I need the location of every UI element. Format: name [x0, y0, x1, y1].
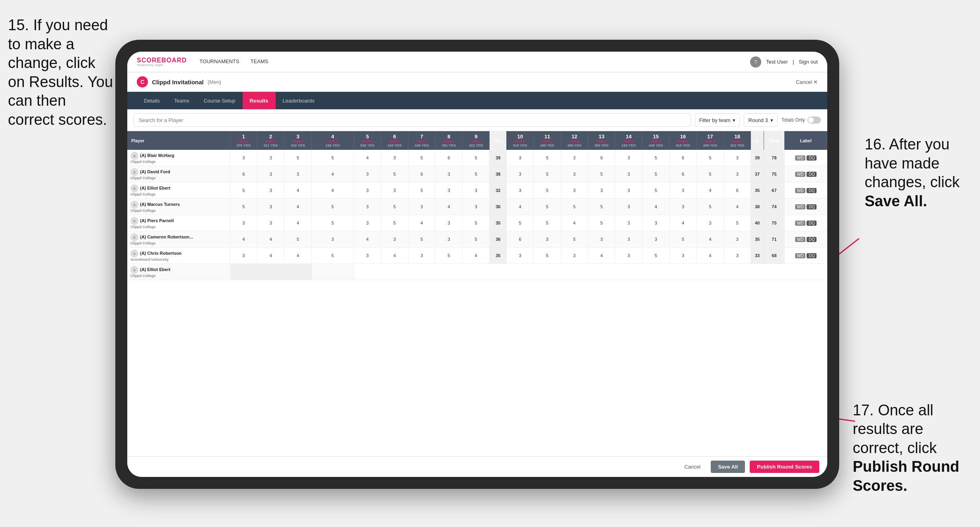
dq-button[interactable]: DQ: [807, 155, 817, 161]
dq-button[interactable]: DQ: [807, 204, 817, 209]
wd-button[interactable]: WD: [795, 253, 806, 258]
score-h11[interactable]: 5: [534, 166, 561, 182]
wd-button[interactable]: WD: [795, 204, 806, 209]
score-h18[interactable]: 3: [724, 166, 751, 182]
score-h4[interactable]: 3: [311, 231, 354, 248]
score-h3[interactable]: 5: [284, 150, 311, 166]
score-h8[interactable]: 3: [435, 182, 462, 199]
score-h2[interactable]: 3: [257, 199, 284, 215]
sign-out-link[interactable]: Sign out: [799, 59, 818, 65]
score-h12[interactable]: 5: [561, 199, 588, 215]
score-h9[interactable]: 5: [463, 166, 490, 182]
score-h6[interactable]: 3: [381, 231, 408, 248]
tab-course-setup[interactable]: Course Setup: [196, 92, 243, 109]
score-h3[interactable]: 4: [284, 199, 311, 215]
score-h1[interactable]: 3: [230, 248, 257, 264]
cancel-action-btn[interactable]: Cancel: [679, 461, 706, 473]
totals-only-toggle[interactable]: [807, 116, 821, 124]
wd-button[interactable]: WD: [795, 237, 806, 242]
score-h17[interactable]: 5: [696, 150, 723, 166]
wd-button[interactable]: WD: [795, 221, 806, 226]
search-input[interactable]: [134, 113, 691, 127]
wd-button[interactable]: WD: [795, 155, 806, 161]
score-h15[interactable]: 5: [642, 248, 669, 264]
score-h3[interactable]: 5: [284, 231, 311, 248]
score-h7[interactable]: 5: [408, 182, 435, 199]
score-h2[interactable]: 4: [257, 231, 284, 248]
score-h10[interactable]: 3: [507, 182, 534, 199]
score-h12[interactable]: 3: [561, 166, 588, 182]
score-h1[interactable]: 4: [230, 231, 257, 248]
score-h3[interactable]: 4: [284, 182, 311, 199]
score-h18[interactable]: 4: [724, 199, 751, 215]
score-h8[interactable]: 4: [435, 199, 462, 215]
score-h2[interactable]: 3: [257, 182, 284, 199]
score-h10[interactable]: 5: [507, 215, 534, 231]
dq-button[interactable]: DQ: [807, 172, 817, 177]
score-h11[interactable]: 5: [534, 215, 561, 231]
dq-button[interactable]: DQ: [807, 253, 817, 258]
score-h13[interactable]: 3: [588, 182, 615, 199]
wd-button[interactable]: WD: [795, 172, 806, 177]
score-h16[interactable]: 6: [669, 166, 696, 182]
score-h8[interactable]: 3: [435, 166, 462, 182]
score-h18[interactable]: 3: [724, 231, 751, 248]
score-h10[interactable]: 4: [507, 199, 534, 215]
score-h3[interactable]: 3: [284, 166, 311, 182]
score-h15[interactable]: 5: [642, 182, 669, 199]
score-h9[interactable]: 5: [463, 150, 490, 166]
tab-teams[interactable]: Teams: [167, 92, 196, 109]
score-h2[interactable]: 3: [257, 166, 284, 182]
score-h11[interactable]: 5: [534, 248, 561, 264]
score-h16[interactable]: 3: [669, 182, 696, 199]
score-h8[interactable]: 6: [435, 150, 462, 166]
score-h12[interactable]: 3: [561, 248, 588, 264]
tab-leaderboards[interactable]: Leaderboards: [276, 92, 322, 109]
score-h14[interactable]: 3: [615, 166, 642, 182]
score-h8[interactable]: 3: [435, 231, 462, 248]
score-h13[interactable]: 5: [588, 199, 615, 215]
score-h12[interactable]: 3: [561, 182, 588, 199]
team-filter-dropdown[interactable]: Filter by team ▾: [695, 113, 740, 127]
score-h4[interactable]: 5: [311, 215, 354, 231]
score-h9[interactable]: 4: [463, 248, 490, 264]
score-h18[interactable]: 3: [724, 150, 751, 166]
score-h1[interactable]: 5: [230, 199, 257, 215]
nav-tournaments[interactable]: TOURNAMENTS: [200, 58, 239, 65]
score-h6[interactable]: 5: [381, 166, 408, 182]
score-h17[interactable]: 5: [696, 166, 723, 182]
score-h6[interactable]: 4: [381, 248, 408, 264]
score-h11[interactable]: 3: [534, 231, 561, 248]
score-h14[interactable]: 3: [615, 248, 642, 264]
score-h7[interactable]: 5: [408, 150, 435, 166]
score-h7[interactable]: 6: [408, 166, 435, 182]
score-h3[interactable]: 4: [284, 248, 311, 264]
score-h3[interactable]: 4: [284, 215, 311, 231]
score-h16[interactable]: 5: [669, 231, 696, 248]
score-h14[interactable]: 3: [615, 215, 642, 231]
nav-teams[interactable]: TEAMS: [251, 58, 268, 65]
score-h5[interactable]: 4: [354, 231, 381, 248]
score-h16[interactable]: 4: [669, 215, 696, 231]
score-h13[interactable]: 3: [588, 231, 615, 248]
score-h17[interactable]: 5: [696, 199, 723, 215]
score-h12[interactable]: 5: [561, 231, 588, 248]
score-h6[interactable]: 5: [381, 215, 408, 231]
score-h1[interactable]: 5: [230, 182, 257, 199]
score-h10[interactable]: 3: [507, 166, 534, 182]
score-h13[interactable]: 5: [588, 215, 615, 231]
dq-button[interactable]: DQ: [807, 221, 817, 226]
publish-round-scores-button[interactable]: Publish Round Scores: [750, 461, 819, 473]
score-h15[interactable]: 5: [642, 166, 669, 182]
score-h14[interactable]: 3: [615, 231, 642, 248]
score-h2[interactable]: 3: [257, 215, 284, 231]
score-h10[interactable]: 6: [507, 231, 534, 248]
score-h5[interactable]: 3: [354, 248, 381, 264]
score-h4[interactable]: 4: [311, 182, 354, 199]
score-h8[interactable]: 3: [435, 215, 462, 231]
score-h13[interactable]: 5: [588, 166, 615, 182]
score-h17[interactable]: 4: [696, 231, 723, 248]
score-h17[interactable]: 4: [696, 182, 723, 199]
score-h18[interactable]: 5: [724, 215, 751, 231]
score-h16[interactable]: 3: [669, 248, 696, 264]
